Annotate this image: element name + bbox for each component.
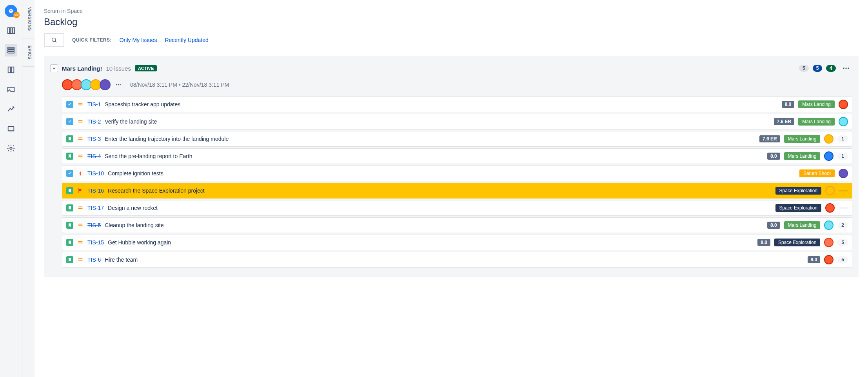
assignee-avatar[interactable] <box>824 238 833 247</box>
count-done[interactable]: 4 <box>826 65 836 72</box>
collapse-toggle[interactable] <box>50 64 58 72</box>
story-type-icon <box>66 153 73 160</box>
issue-row[interactable]: TIS-6Hire the team8.05 <box>62 252 852 268</box>
count-in-progress[interactable]: 5 <box>813 65 823 72</box>
issue-key[interactable]: TIS-1 <box>87 101 101 107</box>
issue-key[interactable]: TIS-2 <box>87 118 101 125</box>
issue-key[interactable]: TIS-10 <box>87 170 104 177</box>
assignee-avatar[interactable] <box>824 220 833 230</box>
releases-icon[interactable] <box>5 83 17 96</box>
project-avatar[interactable]: </> <box>5 5 17 17</box>
epic-link[interactable]: Mars Landing <box>784 152 821 160</box>
search-icon <box>51 37 57 43</box>
svg-rect-2 <box>8 28 10 34</box>
filters-bar: QUICK FILTERS: Only My Issues Recently U… <box>44 33 859 47</box>
issue-summary: Complete ignition tests <box>108 170 163 177</box>
svg-rect-7 <box>8 52 15 53</box>
reports-icon[interactable] <box>5 103 17 115</box>
assignee-avatar[interactable] <box>100 79 111 90</box>
subtask-count[interactable]: 1 <box>837 135 848 142</box>
epic-link[interactable]: Saturn Shoot <box>799 169 835 177</box>
issue-key[interactable]: TIS-3 <box>87 136 101 142</box>
subtask-count[interactable]: 5 <box>837 239 848 246</box>
epic-link[interactable]: Mars Landing <box>784 221 821 229</box>
estimate-badge: 7.6 ER <box>759 135 780 142</box>
active-sprint-icon[interactable] <box>5 64 17 76</box>
priority-flag-icon <box>77 188 84 194</box>
subtask-count[interactable]: 1 <box>837 153 848 160</box>
estimate-badge: 8.0 <box>767 153 780 160</box>
priority-medium-icon <box>77 118 84 125</box>
epic-link[interactable]: Mars Landing <box>798 118 835 126</box>
issues-list: TIS-1Spaceship tracker app updates8.0Mar… <box>62 97 852 268</box>
issue-row[interactable]: TIS-10Complete ignition testsSaturn Shoo… <box>62 166 852 181</box>
issue-row[interactable]: TIS-2Verify the landing site7.6 ERMars L… <box>62 114 852 129</box>
issue-key[interactable]: TIS-15 <box>87 239 104 246</box>
sprint-assignees[interactable] <box>62 79 111 90</box>
main-content: Scrum in Space Backlog QUICK FILTERS: On… <box>35 0 868 377</box>
more-icon <box>115 82 122 88</box>
priority-medium-icon <box>77 239 84 246</box>
svg-rect-9 <box>11 67 14 73</box>
assignee-avatar[interactable] <box>839 100 848 109</box>
issue-key[interactable]: TIS-5 <box>87 222 101 228</box>
svg-point-1 <box>10 10 11 11</box>
sprint-header: Mars Landing! 10 issues ACTIVE 5 5 4 <box>50 62 852 75</box>
epic-link[interactable]: Space Exploration <box>774 239 820 246</box>
subtask-count[interactable]: 5 <box>837 256 848 263</box>
epic-link[interactable]: Mars Landing <box>784 135 821 143</box>
count-todo[interactable]: 5 <box>799 65 809 72</box>
assignee-avatar[interactable] <box>824 151 833 161</box>
assignee-avatar[interactable] <box>839 117 848 126</box>
story-type-icon <box>66 135 73 142</box>
subtask-count[interactable] <box>839 207 848 209</box>
issue-row[interactable]: TIS-5Cleanup the landing site8.0Mars Lan… <box>62 217 852 233</box>
more-assignees-button[interactable] <box>114 81 122 89</box>
more-icon <box>842 64 850 72</box>
priority-medium-icon <box>77 136 84 142</box>
sprint-issue-count: 10 issues <box>106 65 131 72</box>
quick-filter-recently-updated[interactable]: Recently Updated <box>165 37 208 43</box>
subtask-count[interactable] <box>839 190 848 191</box>
epic-link[interactable]: Space Exploration <box>775 187 821 195</box>
issue-summary: Hire the team <box>105 257 138 263</box>
sprint-actions-button[interactable] <box>840 62 852 75</box>
issue-row[interactable]: TIS-1Spaceship tracker app updates8.0Mar… <box>62 97 852 112</box>
board-icon[interactable] <box>5 24 17 37</box>
issue-summary: Enter the landing trajectory into the la… <box>105 136 229 142</box>
issue-row[interactable]: TIS-17Design a new rocketSpace Explorati… <box>62 200 852 216</box>
assignee-avatar[interactable] <box>824 255 833 264</box>
issue-row[interactable]: TIS-4Send the pre-landing report to Eart… <box>62 148 852 164</box>
issue-summary: Design a new rocket <box>108 205 158 211</box>
versions-tab[interactable]: VERSIONS <box>22 0 35 38</box>
issue-key[interactable]: TIS-6 <box>87 257 101 263</box>
epic-link[interactable]: Mars Landing <box>798 100 835 108</box>
svg-rect-10 <box>8 127 14 131</box>
story-type-icon <box>66 256 73 263</box>
chevron-down-icon <box>52 66 56 71</box>
backlog-icon[interactable] <box>5 44 17 56</box>
epics-tab[interactable]: EPICS <box>22 38 35 67</box>
side-panel: VERSIONS EPICS <box>22 0 35 377</box>
assignee-avatar[interactable] <box>825 186 835 195</box>
issue-key[interactable]: TIS-17 <box>87 205 104 211</box>
quick-filter-my-issues[interactable]: Only My Issues <box>120 37 157 43</box>
svg-point-14 <box>843 67 844 69</box>
pages-icon[interactable] <box>5 122 17 135</box>
breadcrumb[interactable]: Scrum in Space <box>44 8 859 14</box>
sprint-name[interactable]: Mars Landing! <box>62 65 102 72</box>
issue-row[interactable]: TIS-3Enter the landing trajectory into t… <box>62 131 852 147</box>
issue-key[interactable]: TIS-16 <box>87 188 104 194</box>
epic-link[interactable]: Space Exploration <box>775 204 821 212</box>
issue-key[interactable]: TIS-4 <box>87 153 101 159</box>
issue-row[interactable]: TIS-16Research the Space Exploration pro… <box>62 183 852 199</box>
search-button[interactable] <box>44 33 64 47</box>
issue-summary: Send the pre-landing report to Earth <box>105 153 192 159</box>
assignee-avatar[interactable] <box>824 134 833 144</box>
subtask-count[interactable]: 2 <box>837 222 848 229</box>
assignee-avatar[interactable] <box>839 169 848 178</box>
svg-rect-5 <box>8 47 15 49</box>
settings-icon[interactable] <box>5 142 17 155</box>
assignee-avatar[interactable] <box>825 203 835 213</box>
issue-row[interactable]: TIS-15Get Hubble working again8.0Space E… <box>62 235 852 250</box>
